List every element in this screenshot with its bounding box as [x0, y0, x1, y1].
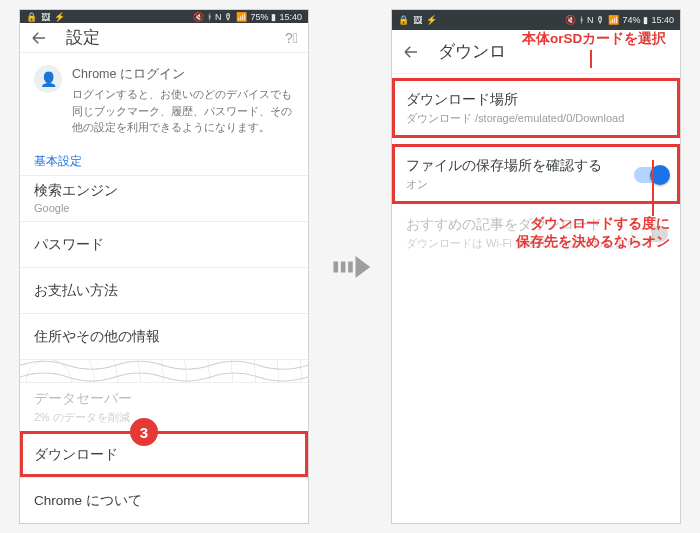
row-label: 検索エンジン — [34, 182, 118, 200]
row-label: お支払い方法 — [34, 282, 118, 300]
annotation-mid-line2: 保存先を決めるならオン — [516, 234, 670, 249]
annotation-mid-line — [652, 160, 654, 216]
clock-text: 15:40 — [279, 12, 302, 22]
transition-arrow-icon — [327, 244, 373, 290]
image-icon: 🖼 — [413, 15, 422, 25]
annotation-top: 本体orSDカードを選択 — [522, 30, 666, 48]
row-label: データセーバー — [34, 390, 132, 408]
back-icon[interactable] — [30, 29, 48, 47]
row-sub: オン — [406, 177, 428, 192]
avatar-icon: 👤 — [34, 65, 62, 93]
bolt-icon: ⚡ — [54, 12, 65, 22]
lock-icon: 🔒 — [398, 15, 409, 25]
clock-text: 15:40 — [651, 15, 674, 25]
signal-icon: 📶 — [608, 15, 619, 25]
signin-row[interactable]: 👤 Chrome にログイン ログインすると、お使いのどのデバイスでも同じブック… — [20, 53, 308, 143]
bt-icon: ᚼ — [579, 15, 584, 25]
svg-rect-1 — [341, 261, 346, 272]
nfc-icon: N — [587, 15, 594, 25]
row-payments[interactable]: お支払い方法 — [20, 267, 308, 313]
back-icon[interactable] — [402, 43, 420, 61]
signin-title: Chrome にログイン — [72, 65, 294, 84]
row-label: ダウンロード場所 — [406, 91, 518, 109]
row-label: ファイルの保存場所を確認する — [406, 157, 602, 175]
battery-text: 75% — [250, 12, 268, 22]
row-about[interactable]: Chrome について — [20, 477, 308, 523]
help-icon[interactable]: ?⃝ — [285, 30, 298, 46]
row-sub: 2% のデータを削減 — [34, 410, 130, 425]
sound-icon: 🔇 — [565, 15, 576, 25]
status-bar: 🔒 🖼 ⚡ 🔇 ᚼ N 🎙 📶 75% ▮ 15:40 — [20, 10, 308, 23]
image-icon: 🖼 — [41, 12, 50, 22]
row-confirm-location[interactable]: ファイルの保存場所を確認する オン — [392, 144, 680, 204]
section-label-basic: 基本設定 — [20, 144, 308, 175]
lock-icon: 🔒 — [26, 12, 37, 22]
row-download-location[interactable]: ダウンロード場所 ダウンロード /storage/emulated/0/Down… — [392, 78, 680, 138]
status-bar: 🔒 🖼 ⚡ 🔇 ᚼ N 🎙 📶 74% ▮ 15:40 — [392, 10, 680, 30]
toggle-on-icon[interactable] — [634, 167, 668, 183]
row-search-engine[interactable]: 検索エンジン Google — [20, 175, 308, 222]
voice-icon: 🎙 — [596, 15, 605, 25]
annotation-mid-line1: ダウンロードする度に — [530, 216, 670, 231]
bt-icon: ᚼ — [207, 12, 212, 22]
row-addresses[interactable]: 住所やその他の情報 — [20, 313, 308, 359]
battery-text: 74% — [622, 15, 640, 25]
sound-icon: 🔇 — [193, 12, 204, 22]
nfc-icon: N — [215, 12, 222, 22]
signal-icon: 📶 — [236, 12, 247, 22]
left-screenshot: 🔒 🖼 ⚡ 🔇 ᚼ N 🎙 📶 75% ▮ 15:40 設定 ?⃝ 👤 Chro… — [19, 9, 309, 524]
row-label: ダウンロード — [34, 446, 118, 464]
annotation-mid: ダウンロードする度に 保存先を決めるならオン — [516, 215, 670, 251]
right-screenshot: 🔒 🖼 ⚡ 🔇 ᚼ N 🎙 📶 74% ▮ 15:40 ダウンロ ダウンロード場… — [391, 9, 681, 524]
row-passwords[interactable]: パスワード — [20, 221, 308, 267]
battery-icon: ▮ — [271, 12, 276, 22]
content-gap — [20, 359, 308, 382]
app-bar: 設定 ?⃝ — [20, 23, 308, 53]
row-sub: ダウンロード /storage/emulated/0/Download — [406, 111, 624, 126]
bolt-icon: ⚡ — [426, 15, 437, 25]
row-download[interactable]: ダウンロード 3 — [20, 431, 308, 477]
page-title: 設定 — [66, 26, 267, 49]
row-label: パスワード — [34, 236, 104, 254]
step-badge-3: 3 — [130, 418, 158, 446]
svg-rect-2 — [348, 261, 353, 272]
svg-rect-0 — [334, 261, 339, 272]
row-label: 住所やその他の情報 — [34, 328, 160, 346]
row-sub: Google — [34, 202, 69, 214]
voice-icon: 🎙 — [224, 12, 233, 22]
annotation-top-line — [590, 50, 592, 68]
battery-icon: ▮ — [643, 15, 648, 25]
row-datasaver[interactable]: データセーバー 2% のデータを削減 — [20, 382, 308, 431]
signin-desc: ログインすると、お使いのどのデバイスでも同じブックマーク、履歴、パスワード、その… — [72, 88, 292, 133]
row-label: Chrome について — [34, 492, 142, 510]
